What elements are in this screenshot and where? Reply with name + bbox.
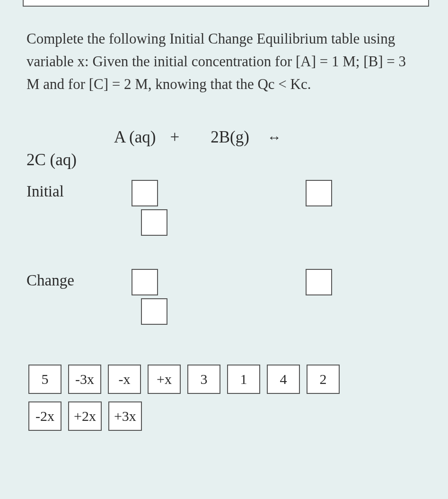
change-label: Change xyxy=(26,269,121,289)
bank-item[interactable]: 5 xyxy=(28,365,61,394)
term-b: 2B(g) xyxy=(211,128,249,147)
drop-slot-change-b[interactable] xyxy=(306,269,332,295)
equation-row: A (aq) + 2B(g) ↔ 2C (aq) xyxy=(26,128,422,169)
ice-table: Initial Change xyxy=(26,180,422,335)
bank-item[interactable]: +x xyxy=(148,365,181,394)
bank-item[interactable]: 2 xyxy=(307,365,340,394)
term-c: 2C (aq) xyxy=(26,151,422,169)
question-text: Complete the following Initial Change Eq… xyxy=(26,27,422,96)
change-row: Change xyxy=(26,269,422,335)
initial-a-slots xyxy=(121,180,178,246)
drop-slot-initial-b[interactable] xyxy=(306,180,332,206)
bank-item[interactable]: -3x xyxy=(68,365,101,394)
content-area: Complete the following Initial Change Eq… xyxy=(0,0,448,431)
plus-sign: + xyxy=(170,128,179,147)
bank-item[interactable]: +3x xyxy=(108,401,142,431)
initial-row: Initial xyxy=(26,180,422,246)
top-frame-border xyxy=(23,0,429,7)
bank-item[interactable]: -x xyxy=(108,365,141,394)
bank-item[interactable]: 1 xyxy=(227,365,260,394)
answer-bank-row-2: -2x +2x +3x xyxy=(26,401,422,431)
initial-label: Initial xyxy=(26,180,121,200)
drop-slot-initial-a-1[interactable] xyxy=(132,180,158,206)
bank-item[interactable]: -2x xyxy=(28,401,61,431)
answer-bank-row-1: 5 -3x -x +x 3 1 4 2 xyxy=(26,365,422,394)
equation-line-1: A (aq) + 2B(g) ↔ xyxy=(26,128,422,147)
bank-item[interactable]: +2x xyxy=(68,401,102,431)
bank-item[interactable]: 4 xyxy=(267,365,300,394)
drop-slot-initial-a-2[interactable] xyxy=(141,209,167,236)
drop-slot-change-a-1[interactable] xyxy=(132,269,158,295)
change-a-slots xyxy=(121,269,178,335)
arrow-icon: ↔ xyxy=(267,129,281,145)
drop-slot-change-a-2[interactable] xyxy=(141,298,167,325)
bank-item[interactable]: 3 xyxy=(187,365,220,394)
term-a: A (aq) xyxy=(114,128,156,147)
